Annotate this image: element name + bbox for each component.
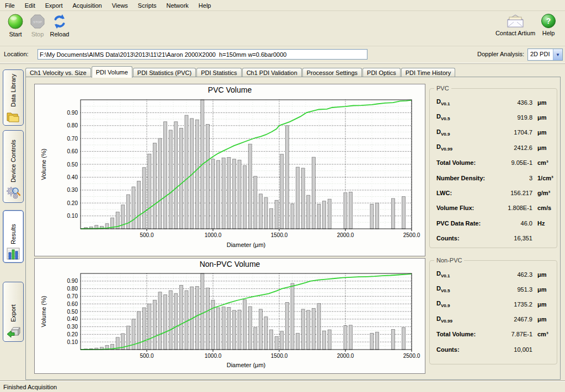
stat-value: 2412.6 bbox=[499, 144, 532, 151]
stat-label: DV0.5 bbox=[436, 285, 499, 293]
nonpvc-stats-group-label: Non-PVC bbox=[434, 257, 464, 264]
stat-row-total-volume: Total Volume:7.87E-1cm³ bbox=[430, 327, 557, 342]
stat-value: 1735.2 bbox=[499, 301, 532, 308]
stat-label: DV0.99 bbox=[436, 143, 499, 152]
stat-value: 9.05E-1 bbox=[499, 159, 532, 166]
menu-item-edit[interactable]: Edit bbox=[20, 1, 40, 10]
stat-row-dv0-1: DV0.1436.3μm bbox=[430, 95, 557, 110]
stat-row-counts: Counts:16,351 bbox=[430, 231, 557, 246]
pvc-stats-group-label: PVC bbox=[434, 85, 451, 92]
menu-item-network[interactable]: Network bbox=[161, 1, 193, 10]
svg-text:0.90: 0.90 bbox=[67, 278, 78, 284]
stat-row-volume-flux: Volume Flux:1.808E-1cm/s bbox=[430, 201, 557, 216]
tab-pdi-optics[interactable]: PDI Optics bbox=[363, 68, 401, 77]
pvc-stats-rows: DV0.1436.3μmDV0.5919.8μmDV0.91704.7μmDV0… bbox=[430, 89, 557, 246]
folders-icon bbox=[6, 110, 20, 122]
stat-value: 436.3 bbox=[499, 99, 532, 106]
location-input[interactable] bbox=[38, 49, 367, 60]
svg-text:500.0: 500.0 bbox=[140, 353, 153, 359]
svg-text:0.10: 0.10 bbox=[67, 213, 78, 219]
sidebar-item-export[interactable]: Export bbox=[3, 282, 24, 342]
tab-pdi-statistics[interactable]: PDI Statistics bbox=[196, 68, 241, 77]
doppler-analysis-value: 2D PDI bbox=[528, 49, 553, 60]
tab-pdi-time-history[interactable]: PDI Time History bbox=[401, 68, 456, 77]
svg-text:1000.0: 1000.0 bbox=[205, 232, 222, 238]
svg-text:2000.0: 2000.0 bbox=[337, 232, 354, 238]
svg-text:0.40: 0.40 bbox=[67, 316, 78, 322]
chevron-down-icon[interactable]: ▼ bbox=[553, 49, 562, 60]
reload-button[interactable]: Reload bbox=[47, 13, 72, 37]
stat-value: 2467.9 bbox=[499, 316, 532, 323]
tab-processor-settings[interactable]: Processor Settings bbox=[302, 68, 362, 77]
stat-value: 7.87E-1 bbox=[499, 331, 532, 337]
nonpvc-volume-chart: Non-PVC Volume 0.100.200.300.400.500.600… bbox=[34, 258, 425, 374]
svg-text:0.20: 0.20 bbox=[67, 331, 78, 337]
menu-item-export[interactable]: Export bbox=[40, 1, 68, 10]
sidebar-item-label: Data Library bbox=[10, 70, 17, 109]
sidebar-item-data-library[interactable]: Data Library bbox=[3, 69, 24, 126]
svg-text:0.50: 0.50 bbox=[67, 309, 78, 315]
stop-button: STOP Stop bbox=[28, 13, 47, 37]
sidebar-item-label: Results bbox=[10, 211, 17, 246]
svg-text:1500.0: 1500.0 bbox=[271, 232, 288, 238]
svg-text:500.0: 500.0 bbox=[140, 232, 153, 238]
status-text: Finished Acquisition bbox=[3, 384, 57, 390]
stat-row-dv0-9: DV0.91704.7μm bbox=[430, 125, 557, 140]
stat-unit: μm bbox=[532, 99, 547, 106]
menu-item-acquisition[interactable]: Acquisition bbox=[68, 1, 107, 10]
pvc-chart-title: PVC Volume bbox=[35, 84, 425, 96]
menu-item-help[interactable]: Help bbox=[194, 1, 216, 10]
svg-text:0.60: 0.60 bbox=[67, 301, 78, 307]
help-button[interactable]: ? Help bbox=[537, 13, 559, 36]
application-window: FileEditExportAcquisitionViewsScriptsNet… bbox=[0, 0, 565, 392]
doppler-analysis-select[interactable]: 2D PDI ▼ bbox=[527, 49, 563, 61]
contact-artium-button[interactable]: Contact Artium bbox=[493, 13, 537, 36]
stat-label: Volume Flux: bbox=[436, 205, 499, 211]
svg-text:0.10: 0.10 bbox=[67, 339, 78, 345]
sidebar-item-device-controls[interactable]: Device Controls bbox=[3, 130, 24, 203]
pvc-stats-group: PVC DV0.1436.3μmDV0.5919.8μmDV0.91704.7μ… bbox=[429, 88, 557, 248]
stat-unit: 1/cm³ bbox=[532, 175, 553, 181]
stat-row-dv0-9: DV0.91735.2μm bbox=[430, 297, 557, 312]
stat-value: 462.3 bbox=[499, 271, 532, 278]
stat-label: DV0.9 bbox=[436, 300, 499, 308]
svg-text:Diameter (μm): Diameter (μm) bbox=[227, 362, 266, 368]
start-button[interactable]: Start bbox=[3, 13, 28, 37]
stat-value: 1704.7 bbox=[499, 129, 532, 136]
nonpvc-chart-plot: 0.100.200.300.400.500.600.700.800.90500.… bbox=[35, 271, 424, 373]
export-icon bbox=[6, 325, 21, 339]
stat-row-dv0-99: DV0.992412.6μm bbox=[430, 140, 557, 155]
svg-text:0.30: 0.30 bbox=[67, 187, 78, 193]
reload-label: Reload bbox=[47, 31, 72, 37]
help-label: Help bbox=[537, 30, 559, 36]
stat-unit: μm bbox=[532, 301, 547, 308]
stat-row-lwc: LWC:156.217g/m³ bbox=[430, 185, 557, 200]
svg-text:0.50: 0.50 bbox=[67, 162, 78, 168]
svg-text:?: ? bbox=[546, 17, 551, 25]
menu-item-views[interactable]: Views bbox=[107, 1, 133, 10]
stat-row-total-volume: Total Volume:9.05E-1cm³ bbox=[430, 155, 557, 170]
svg-text:1000.0: 1000.0 bbox=[205, 353, 222, 359]
tab-ch1-pdi-validation[interactable]: Ch1 PDI Validation bbox=[242, 68, 302, 77]
svg-text:0.60: 0.60 bbox=[67, 148, 78, 154]
sidebar-item-results[interactable]: Results bbox=[3, 210, 24, 263]
stop-icon: STOP bbox=[29, 13, 46, 30]
stat-label: DV0.1 bbox=[436, 270, 499, 278]
location-row: Location: Doppler Analysis: 2D PDI ▼ bbox=[0, 46, 565, 64]
stat-value: 1.808E-1 bbox=[499, 205, 532, 211]
location-label: Location: bbox=[4, 51, 29, 57]
stat-label: Number Density: bbox=[436, 175, 499, 181]
stat-row-number-density: Number Density:31/cm³ bbox=[430, 170, 557, 185]
stat-value: 46.0 bbox=[499, 220, 532, 227]
tab-pdi-statistics-pvc[interactable]: PDI Statistics (PVC) bbox=[133, 68, 196, 77]
svg-text:1500.0: 1500.0 bbox=[271, 353, 288, 359]
svg-text:0.70: 0.70 bbox=[67, 293, 78, 299]
menu-item-scripts[interactable]: Scripts bbox=[133, 1, 162, 10]
stat-value: 16,351 bbox=[499, 235, 532, 241]
pvc-chart-plot: 0.100.200.300.400.500.600.700.800.90500.… bbox=[35, 96, 424, 255]
toolbar: Start STOP Stop Reload bbox=[0, 11, 565, 46]
stat-row-pvc-data-rate: PVC Data Rate:46.0Hz bbox=[430, 216, 557, 230]
tab-pdi-volume[interactable]: PDI Volume bbox=[92, 66, 132, 78]
menu-item-file[interactable]: File bbox=[0, 1, 20, 10]
tab-ch1-velocity-vs-size[interactable]: Ch1 Velocity vs. Size bbox=[25, 68, 91, 77]
